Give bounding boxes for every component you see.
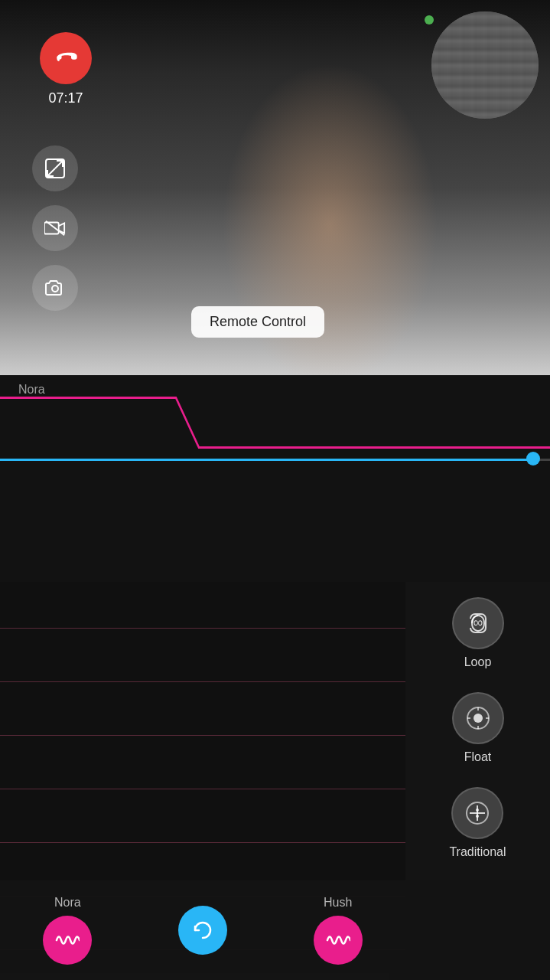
grid-line: [0, 735, 405, 736]
control-panel: Nora Hush: [0, 375, 550, 980]
nora-wave-area[interactable]: Nora: [0, 375, 550, 475]
traditional-label: Traditional: [449, 845, 506, 859]
nora-slider-fill: [0, 459, 532, 461]
loop-label: Loop: [464, 655, 492, 669]
loop-mode-button[interactable]: ∞ Loop: [452, 597, 504, 669]
bottom-bar: Nora Hush: [0, 880, 550, 980]
hush-vibrate-button[interactable]: [314, 916, 363, 965]
sync-icon: [191, 919, 214, 942]
float-icon: [464, 704, 492, 732]
svg-point-15: [476, 808, 479, 812]
nora-wave-icon: [55, 933, 80, 948]
svg-line-3: [46, 221, 64, 236]
expand-icon: [44, 158, 66, 179]
hush-wave-icon: [326, 933, 350, 948]
traditional-icon: [464, 799, 491, 827]
svg-line-2: [48, 168, 55, 175]
screenshot-button[interactable]: [32, 265, 78, 311]
nora-vibrate-button[interactable]: [43, 916, 92, 965]
avatar-image: [431, 11, 539, 119]
svg-point-4: [52, 286, 58, 292]
float-mode-button[interactable]: Float: [452, 692, 504, 764]
grid-line: [0, 628, 405, 629]
sync-button[interactable]: [178, 906, 227, 955]
camera-off-icon: [44, 217, 66, 239]
svg-point-16: [476, 815, 479, 818]
traditional-mode-button[interactable]: Traditional: [449, 787, 506, 859]
float-icon-container: [452, 692, 504, 744]
phone-icon: [54, 47, 77, 70]
grid-line: [0, 789, 405, 789]
svg-line-1: [55, 162, 62, 168]
remote-avatar: [431, 11, 539, 119]
svg-text:∞: ∞: [473, 615, 483, 630]
camera-icon: [44, 277, 66, 299]
end-call-button[interactable]: [40, 32, 92, 84]
hush-wave-area[interactable]: Hush: [0, 475, 550, 574]
traditional-icon-container: [451, 787, 503, 839]
nora-bottom-label: Nora: [54, 896, 81, 910]
side-controls: [32, 145, 78, 311]
grid-line: [0, 842, 405, 843]
nora-slider-thumb[interactable]: [526, 452, 540, 466]
camera-off-button[interactable]: [32, 205, 78, 251]
expand-button[interactable]: [32, 145, 78, 191]
svg-point-7: [474, 714, 483, 723]
call-timer: 07:17: [40, 90, 92, 106]
float-label: Float: [464, 750, 492, 764]
hush-bottom-label: Hush: [324, 896, 352, 910]
grid-line: [0, 681, 405, 682]
loop-icon-container: ∞: [452, 597, 504, 649]
hush-section: Hush: [270, 896, 405, 965]
middle-section: [135, 906, 271, 955]
remote-control-label[interactable]: Remote Control: [191, 306, 324, 338]
nora-section: Nora: [0, 896, 135, 965]
loop-icon: ∞: [464, 609, 492, 637]
video-area: 07:17 Remote Control: [0, 0, 550, 375]
